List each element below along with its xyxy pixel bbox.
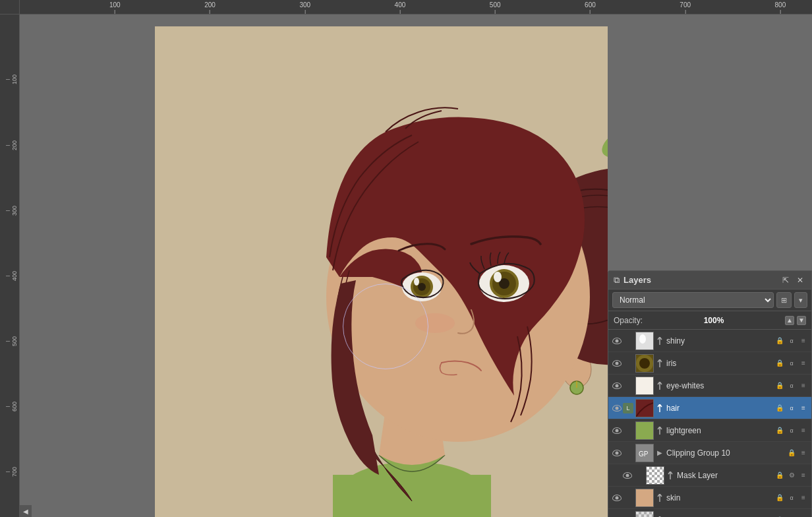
layer-action-lock-lightgreen[interactable]: 🔒 — [774, 425, 785, 436]
layer-thumb-layer-6 — [635, 511, 654, 518]
layer-action-alpha-lightgreen[interactable]: α — [786, 425, 797, 436]
svg-rect-2 — [333, 475, 491, 517]
layer-action-lock-group10[interactable]: 🔒 — [786, 448, 797, 458]
layers-float-button[interactable]: ⇱ — [780, 274, 792, 286]
layer-action-lock-hair[interactable]: 🔒 — [774, 403, 785, 413]
layer-action-more-group10[interactable]: ≡ — [798, 448, 809, 458]
layer-action-more-skin[interactable]: ≡ — [798, 493, 809, 503]
layer-action-alpha-eye-whites[interactable]: α — [786, 380, 797, 391]
layer-action-more-hair[interactable]: ≡ — [798, 403, 809, 413]
layer-lock-layer-6[interactable] — [623, 515, 633, 518]
ruler-mark-v-500: 500 — [0, 336, 19, 346]
layer-item-eye-whites[interactable]: eye-whites 🔒 α ≡ — [608, 375, 811, 397]
layer-item-iris[interactable]: iris 🔒 α ≡ — [608, 352, 811, 375]
layer-action-more-eye-whites[interactable]: ≡ — [798, 380, 809, 391]
layer-visibility-shiny[interactable] — [611, 335, 623, 347]
ruler-mark-800: 800 — [775, 1, 786, 14]
layer-visibility-layer-6[interactable] — [611, 514, 623, 518]
layer-action-more-mask[interactable]: ⚙ — [786, 470, 797, 481]
layer-visibility-skin[interactable] — [611, 492, 623, 504]
layer-actions-layer-6: 🔒 α ≡ — [774, 515, 809, 518]
ruler-mark-300: 300 — [299, 1, 310, 14]
opacity-scroll-up[interactable]: ▲ — [785, 316, 794, 325]
filter-options-button[interactable]: ▾ — [794, 292, 807, 308]
ruler-mark-v-300: 300 — [0, 206, 19, 216]
svg-point-22 — [639, 358, 650, 369]
layer-clip-lightgreen — [656, 427, 664, 435]
layers-panel: ⧉ Layers ⇱ ✕ Normal Multiply Screen Over… — [608, 270, 812, 517]
layer-clip-skin — [656, 494, 664, 502]
layer-action-alpha-layer6[interactable]: α — [786, 515, 797, 518]
layer-action-alpha-shiny[interactable]: α — [786, 336, 797, 346]
svg-text:GP: GP — [639, 450, 649, 458]
filter-button[interactable]: ⊞ — [776, 292, 792, 308]
layers-title: Layers — [624, 275, 651, 285]
layer-visibility-lightgreen[interactable] — [611, 425, 623, 437]
layer-lock-shiny[interactable] — [623, 336, 633, 346]
ruler-mark-v-400: 400 — [0, 271, 19, 281]
layer-item-hair[interactable]: L hair 🔒 α ≡ — [608, 397, 811, 419]
layer-thumb-eye-whites — [635, 377, 654, 395]
layer-visibility-hair[interactable] — [611, 402, 623, 414]
svg-point-20 — [639, 334, 646, 344]
svg-rect-24 — [636, 400, 653, 417]
layer-visibility-iris[interactable] — [611, 357, 623, 369]
layer-action-extra-mask[interactable]: ≡ — [798, 470, 809, 481]
layer-actions-iris: 🔒 α ≡ — [774, 358, 809, 369]
layer-action-more-lightgreen[interactable]: ≡ — [798, 425, 809, 436]
layer-thumb-lightgreen — [635, 421, 654, 440]
layer-name-eye-whites: eye-whites — [664, 381, 774, 390]
ruler-mark-400: 400 — [395, 1, 406, 14]
layers-close-button[interactable]: ✕ — [794, 274, 806, 286]
layer-lock-mask-layer[interactable] — [633, 470, 644, 481]
blend-mode-select[interactable]: Normal Multiply Screen Overlay — [612, 292, 774, 308]
layer-item-shiny[interactable]: shiny 🔒 α ≡ — [608, 330, 811, 352]
scroll-left-arrow[interactable]: ◀ — [20, 505, 32, 517]
layer-actions-mask-layer: 🔒 ⚙ ≡ — [774, 470, 809, 481]
layer-item-mask-layer[interactable]: Mask Layer 🔒 ⚙ ≡ — [608, 464, 811, 487]
layer-lock-eye-whites[interactable] — [623, 380, 633, 391]
layers-title-area: ⧉ Layers — [614, 275, 651, 286]
layer-actions-shiny: 🔒 α ≡ — [774, 336, 809, 346]
layer-visibility-mask-layer[interactable] — [622, 470, 633, 481]
layer-action-lock-shiny[interactable]: 🔒 — [774, 336, 785, 346]
layer-action-more-layer6[interactable]: ≡ — [798, 515, 809, 518]
layer-action-more-shiny[interactable]: ≡ — [798, 336, 809, 346]
layer-item-clipping-group-10[interactable]: GP ▶ Clipping Group 10 🔒 ≡ — [608, 442, 811, 464]
layer-lock-skin[interactable] — [623, 493, 633, 503]
layer-actions-eye-whites: 🔒 α ≡ — [774, 380, 809, 391]
layer-clip-shiny — [656, 337, 664, 345]
layer-action-lock-iris[interactable]: 🔒 — [774, 358, 785, 369]
layer-actions-hair: 🔒 α ≡ — [774, 403, 809, 413]
layer-item-layer-6[interactable]: Layer 6 🔒 α ≡ — [608, 509, 811, 517]
layer-action-alpha-iris[interactable]: α — [786, 358, 797, 369]
artwork[interactable] — [155, 26, 608, 517]
layer-item-lightgreen[interactable]: lightgreen 🔒 α ≡ — [608, 419, 811, 442]
layer-action-lock-layer6[interactable]: 🔒 — [774, 515, 785, 518]
layer-actions-clipping-group-10: 🔒 ≡ — [786, 448, 809, 458]
layer-action-lock-mask[interactable]: 🔒 — [774, 470, 785, 481]
ruler-mark-700: 700 — [680, 1, 691, 14]
opacity-value: 100% — [645, 316, 782, 325]
layer-lock-iris[interactable] — [623, 358, 633, 369]
layer-action-lock-eye-whites[interactable]: 🔒 — [774, 380, 785, 391]
ruler-top-inner: 100 200 300 400 500 600 700 800 — [20, 0, 812, 14]
ruler-mark-v-600: 600 — [0, 402, 19, 411]
layers-panel-header: ⧉ Layers ⇱ ✕ — [608, 271, 811, 289]
layer-lock-clipping-group-10[interactable] — [623, 448, 633, 458]
opacity-scroll-down[interactable]: ▼ — [797, 316, 806, 325]
svg-point-16 — [418, 283, 426, 291]
layer-item-skin[interactable]: skin 🔒 α ≡ — [608, 487, 811, 509]
layer-action-more-iris[interactable]: ≡ — [798, 358, 809, 369]
canvas-area[interactable] — [20, 15, 608, 517]
layer-action-lock-skin[interactable]: 🔒 — [774, 493, 785, 503]
layer-lock-lightgreen[interactable] — [623, 425, 633, 436]
ruler-left-inner: 100 200 300 400 500 600 700 — [0, 15, 19, 517]
layer-visibility-clipping-group-10[interactable] — [611, 447, 623, 459]
layer-visibility-eye-whites[interactable] — [611, 380, 623, 392]
ruler-mark-200: 200 — [204, 1, 216, 14]
layer-group-arrow[interactable]: ▶ — [656, 449, 664, 457]
layer-action-alpha-hair[interactable]: α — [786, 403, 797, 413]
layers-icon: ⧉ — [614, 275, 620, 286]
layer-action-alpha-skin[interactable]: α — [786, 493, 797, 503]
